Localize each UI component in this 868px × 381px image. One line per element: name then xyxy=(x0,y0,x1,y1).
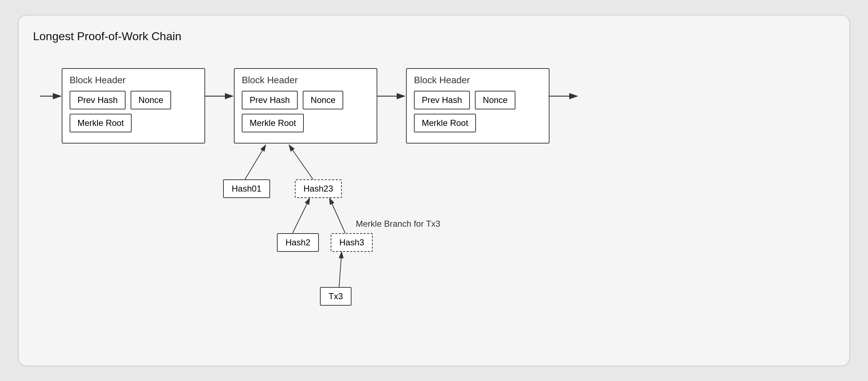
svg-line-9 xyxy=(330,198,345,233)
block2-prev-hash: Prev Hash xyxy=(242,91,298,109)
block3-merkle-root: Merkle Root xyxy=(414,114,476,132)
block2-top-row: Prev Hash Nonce xyxy=(242,91,369,109)
block2-bottom-row: Merkle Root xyxy=(242,114,369,132)
block2-merkle-root: Merkle Root xyxy=(242,114,304,132)
block2-nonce: Nonce xyxy=(303,91,343,109)
tx3-node: Tx3 xyxy=(320,287,352,306)
svg-line-6 xyxy=(245,145,266,179)
hash2-node: Hash2 xyxy=(277,233,319,252)
merkle-branch-label: Merkle Branch for Tx3 xyxy=(356,219,440,229)
svg-line-10 xyxy=(339,252,341,287)
block3-nonce: Nonce xyxy=(475,91,515,109)
block1: Block Header Prev Hash Nonce Merkle Root xyxy=(62,68,205,144)
block2-header-label: Block Header xyxy=(242,75,369,86)
block3-top-row: Prev Hash Nonce xyxy=(414,91,542,109)
block3: Block Header Prev Hash Nonce Merkle Root xyxy=(406,68,549,144)
block3-bottom-row: Merkle Root xyxy=(414,114,542,132)
block2: Block Header Prev Hash Nonce Merkle Root xyxy=(234,68,377,144)
svg-line-8 xyxy=(293,198,310,233)
hash23-node: Hash23 xyxy=(295,179,342,198)
block1-header-label: Block Header xyxy=(70,75,197,86)
block1-top-row: Prev Hash Nonce xyxy=(70,91,197,109)
hash3-node: Hash3 xyxy=(331,233,373,252)
block1-bottom-row: Merkle Root xyxy=(70,114,197,132)
block1-prev-hash: Prev Hash xyxy=(70,91,126,109)
block3-header-label: Block Header xyxy=(414,75,542,86)
block1-merkle-root: Merkle Root xyxy=(70,114,132,132)
hash01-node: Hash01 xyxy=(223,179,270,198)
diagram-area: Block Header Prev Hash Nonce Merkle Root… xyxy=(33,57,835,366)
svg-line-7 xyxy=(289,145,313,179)
outer-container: Longest Proof-of-Work Chain Block Header… xyxy=(18,15,850,366)
block3-prev-hash: Prev Hash xyxy=(414,91,470,109)
block1-nonce: Nonce xyxy=(131,91,171,109)
diagram-title: Longest Proof-of-Work Chain xyxy=(33,30,835,43)
